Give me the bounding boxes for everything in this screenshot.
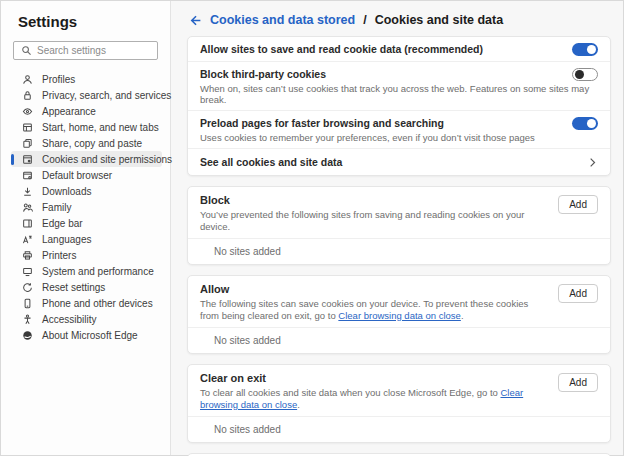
sidebar-item-label: Printers <box>42 250 76 261</box>
allow-empty-state: No sites added <box>188 327 610 353</box>
printers-icon <box>21 249 33 261</box>
clear-card-description: To clear all cookies and site data when … <box>200 387 546 410</box>
allow-cookies-label: Allow sites to save and read cookie data… <box>200 42 483 56</box>
breadcrumb-separator: / <box>363 13 366 27</box>
see-all-cookies-row[interactable]: See all cookies and site data <box>188 148 610 175</box>
back-icon[interactable] <box>189 14 202 27</box>
block-third-party-description: When on, sites can’t use cookies that tr… <box>200 83 598 105</box>
block-third-party-toggle[interactable] <box>572 68 598 81</box>
sidebar-item-label: Privacy, search, and services <box>42 90 171 101</box>
clear-card-title: Clear on exit <box>200 372 546 385</box>
sidebar-item-system[interactable]: System and performance <box>11 263 162 279</box>
edge-logo-icon <box>21 329 33 341</box>
preload-pages-label: Preload pages for faster browsing and se… <box>200 116 444 130</box>
allow-sites-card: Allow The following sites can save cooki… <box>187 275 611 354</box>
clear-card-desc-suffix: . <box>297 399 300 410</box>
sidebar-item-label: Edge bar <box>42 218 83 229</box>
clear-empty-state: No sites added <box>188 416 610 442</box>
allow-card-description: The following sites can save cookies on … <box>200 298 546 321</box>
settings-content: Cookies and data stored / Cookies and si… <box>171 1 623 455</box>
clear-add-button[interactable]: Add <box>558 373 598 392</box>
sidebar-item-printers[interactable]: Printers <box>11 247 162 263</box>
cookie-settings-card: Allow sites to save and read cookie data… <box>187 36 611 176</box>
sidebar-item-label: Reset settings <box>42 282 105 293</box>
block-add-button[interactable]: Add <box>558 195 598 214</box>
block-card-title: Block <box>200 194 546 207</box>
clear-browsing-data-link[interactable]: Clear browsing data on close <box>338 310 461 321</box>
block-empty-state: No sites added <box>188 238 610 264</box>
chevron-right-icon <box>587 157 598 168</box>
edge-bar-icon <box>21 217 33 229</box>
allow-cookies-toggle[interactable] <box>572 43 598 56</box>
sidebar-item-profiles[interactable]: Profiles <box>11 71 162 87</box>
search-box[interactable] <box>13 41 158 60</box>
sidebar-item-label: Share, copy and paste <box>42 138 142 149</box>
sidebar-item-share-copy[interactable]: Share, copy and paste <box>11 135 162 151</box>
sidebar-item-reset[interactable]: Reset settings <box>11 279 162 295</box>
sidebar-item-about-edge[interactable]: About Microsoft Edge <box>11 327 162 343</box>
sidebar-item-label: Default browser <box>42 170 112 181</box>
breadcrumb-parent-link[interactable]: Cookies and data stored <box>210 13 355 27</box>
block-third-party-row: Block third-party cookies When on, sites… <box>188 61 610 110</box>
sidebar-item-accessibility[interactable]: Accessibility <box>11 311 162 327</box>
default-browser-icon <box>21 169 33 181</box>
clear-on-exit-card: Clear on exit To clear all cookies and s… <box>187 364 611 443</box>
allow-card-title: Allow <box>200 283 546 296</box>
profiles-icon <box>21 73 33 85</box>
privacy-icon <box>21 89 33 101</box>
clear-card-desc-text: To clear all cookies and site data when … <box>200 387 500 398</box>
sidebar-item-phone[interactable]: Phone and other devices <box>11 295 162 311</box>
share-copy-icon <box>21 137 33 149</box>
sidebar-item-default-browser[interactable]: Default browser <box>11 167 162 183</box>
phone-icon <box>21 297 33 309</box>
sidebar-item-label: Downloads <box>42 186 91 197</box>
appearance-icon <box>21 105 33 117</box>
sidebar-item-appearance[interactable]: Appearance <box>11 103 162 119</box>
sidebar-item-label: System and performance <box>42 266 154 277</box>
family-icon <box>21 201 33 213</box>
breadcrumb: Cookies and data stored / Cookies and si… <box>189 13 611 27</box>
system-icon <box>21 265 33 277</box>
languages-icon <box>21 233 33 245</box>
start-home-icon <box>21 121 33 133</box>
sidebar-item-label: Start, home, and new tabs <box>42 122 159 133</box>
sidebar-item-label: Cookies and site permissions <box>42 154 172 165</box>
sidebar-item-label: Accessibility <box>42 314 96 325</box>
settings-sidebar: Settings Profiles Privacy, search, and s… <box>1 1 171 455</box>
block-sites-card: Block You’ve prevented the following sit… <box>187 186 611 265</box>
sidebar-item-start-home[interactable]: Start, home, and new tabs <box>11 119 162 135</box>
sidebar-item-privacy[interactable]: Privacy, search, and services <box>11 87 162 103</box>
sidebar-item-downloads[interactable]: Downloads <box>11 183 162 199</box>
search-input[interactable] <box>37 45 151 56</box>
block-third-party-label: Block third-party cookies <box>200 67 326 81</box>
preload-pages-description: Uses cookies to remember your preference… <box>200 132 598 143</box>
page-title: Settings <box>18 13 170 30</box>
cookies-permissions-icon <box>21 153 33 165</box>
see-all-cookies-label: See all cookies and site data <box>200 155 342 169</box>
sidebar-item-label: Languages <box>42 234 92 245</box>
sidebar-item-label: About Microsoft Edge <box>42 330 138 341</box>
sidebar-item-edge-bar[interactable]: Edge bar <box>11 215 162 231</box>
allow-card-desc-suffix: . <box>461 310 464 321</box>
sidebar-nav: Profiles Privacy, search, and services A… <box>1 69 170 345</box>
preload-pages-toggle[interactable] <box>572 117 598 130</box>
sidebar-item-label: Profiles <box>42 74 75 85</box>
allow-cookies-row: Allow sites to save and read cookie data… <box>188 37 610 61</box>
allow-add-button[interactable]: Add <box>558 284 598 303</box>
reset-icon <box>21 281 33 293</box>
edge-settings-window: Settings Profiles Privacy, search, and s… <box>0 0 624 456</box>
sidebar-item-languages[interactable]: Languages <box>11 231 162 247</box>
sidebar-item-family[interactable]: Family <box>11 199 162 215</box>
preload-pages-row: Preload pages for faster browsing and se… <box>188 110 610 148</box>
breadcrumb-current: Cookies and site data <box>375 13 504 27</box>
search-icon <box>20 45 32 57</box>
sidebar-item-cookies-permissions[interactable]: Cookies and site permissions <box>11 151 162 167</box>
sidebar-item-label: Phone and other devices <box>42 298 153 309</box>
accessibility-icon <box>21 313 33 325</box>
sidebar-item-label: Appearance <box>42 106 96 117</box>
downloads-icon <box>21 185 33 197</box>
sidebar-item-label: Family <box>42 202 71 213</box>
block-card-description: You’ve prevented the following sites fro… <box>200 209 546 232</box>
